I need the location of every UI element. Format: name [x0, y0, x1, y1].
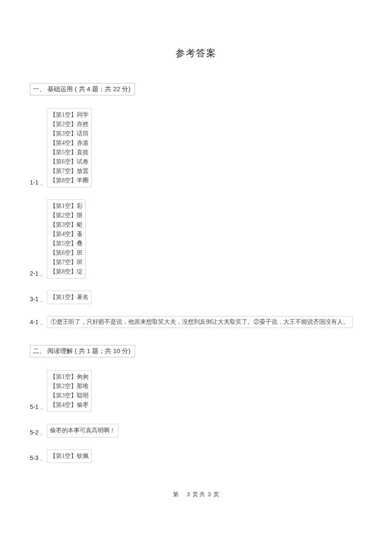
section-1-num: 一、 [33, 85, 46, 92]
section-1-points: 22 [113, 85, 120, 92]
footer-suffix: 页 [213, 491, 219, 497]
section-2-num: 二、 [33, 347, 46, 354]
q5-1-slot-1: 【第1空】匆匆 [50, 372, 89, 382]
answer-3-1: 3-1 、 【第1空】著名 [30, 290, 362, 304]
answer-5-1-label: 5-1 、 [30, 403, 46, 411]
page-container: 参考答案 一、 基础运用 ( 共 4 题；共 22 分) 1-1 、 【第1空】… [0, 0, 392, 520]
answer-1-1-box: 【第1空】同学 【第2空】亦然 【第3空】话筒 【第4空】赤道 【第5空】直接 … [47, 108, 92, 187]
section-2-qcount: 1 [87, 347, 90, 354]
section-1-count-open: ( 共 [75, 85, 86, 92]
answer-5-3-label: 5-3 、 [30, 454, 46, 462]
section-2-header: 二、 阅读理解 ( 共 1 题；共 10 分) [30, 345, 135, 357]
answer-5-2: 5-2 、 偷枣的本事可真高明啊！ [30, 424, 362, 437]
section-2-mid: 题；共 [90, 347, 113, 354]
page-footer: 第 3 页 共 3 页 [30, 491, 362, 498]
section-1-name: 基础运用 [47, 85, 73, 92]
page-title: 参考答案 [30, 47, 362, 60]
answer-3-1-box: 【第1空】著名 [47, 290, 92, 304]
answer-2-1-box: 【第1空】彩 【第2空】限 【第3空】蜓 【第4空】蚤 【第5空】叠 【第6空】… [47, 199, 86, 279]
q5-3-slot-1: 【第1空】钦佩 [50, 451, 89, 461]
section-2-close: 分) [120, 347, 130, 354]
q2-slot-3: 【第3空】蜓 [50, 220, 83, 230]
q5-2-text: 偷枣的本事可真高明啊！ [50, 426, 115, 435]
answer-4-1-box: ①楚王听了，只好赔不是说，他原来想取笑大夫，没想到反倒让大夫取笑了。②晏子说，大… [47, 316, 353, 328]
answer-5-3-box: 【第1空】钦佩 [47, 449, 92, 463]
q2-slot-8: 【第8空】绽 [50, 267, 83, 276]
answer-5-1: 5-1 、 【第1空】匆匆 【第2空】那堆 【第3空】聪明 【第4空】偷枣 [30, 370, 362, 412]
q1-slot-6: 【第6空】试卷 [50, 157, 89, 167]
answer-5-3: 5-3 、 【第1空】钦佩 [30, 449, 362, 463]
q2-slot-4: 【第4空】蚤 [50, 230, 83, 239]
q1-slot-8: 【第8空】羊圈 [50, 176, 89, 185]
q1-slot-3: 【第3空】话筒 [50, 129, 89, 138]
section-1-header: 一、 基础运用 ( 共 4 题；共 22 分) [30, 83, 135, 95]
answer-5-2-box: 偷枣的本事可真高明啊！ [47, 424, 118, 437]
q1-slot-7: 【第7空】放置 [50, 167, 89, 176]
q2-slot-2: 【第2空】限 [50, 211, 83, 220]
footer-middle: 页 共 [193, 491, 205, 497]
q2-slot-5: 【第5空】叠 [50, 239, 83, 248]
q5-1-slot-4: 【第4空】偷枣 [50, 400, 89, 410]
q1-slot-1: 【第1空】同学 [50, 110, 89, 120]
section-2-name: 阅读理解 [47, 347, 73, 354]
q1-slot-4: 【第4空】赤道 [50, 138, 89, 148]
q1-slot-5: 【第5空】直接 [50, 148, 89, 157]
q2-slot-7: 【第7空】班 [50, 258, 83, 267]
q5-1-slot-3: 【第3空】聪明 [50, 391, 89, 400]
answer-4-1: 4-1 、 ①楚王听了，只好赔不是说，他原来想取笑大夫，没想到反倒让大夫取笑了。… [30, 316, 362, 328]
footer-current-page: 3 [185, 491, 191, 497]
q3-slot-1: 【第1空】著名 [50, 293, 89, 302]
footer-prefix: 第 [173, 491, 179, 497]
q1-slot-2: 【第2空】亦然 [50, 120, 89, 129]
section-1-qcount: 4 [87, 85, 90, 92]
q2-slot-1: 【第1空】彩 [50, 201, 83, 211]
answer-3-1-label: 3-1 、 [30, 296, 46, 303]
answer-1-1: 1-1 、 【第1空】同学 【第2空】亦然 【第3空】话筒 【第4空】赤道 【第… [30, 108, 362, 187]
answer-5-2-label: 5-2 、 [30, 429, 46, 437]
section-2-count-open: ( 共 [75, 347, 86, 354]
answer-1-1-label: 1-1 、 [30, 179, 46, 187]
answer-2-1-label: 2-1 、 [30, 270, 46, 278]
section-2-points: 10 [113, 347, 120, 354]
answer-4-1-label: 4-1 、 [30, 319, 46, 326]
answer-2-1: 2-1 、 【第1空】彩 【第2空】限 【第3空】蜓 【第4空】蚤 【第5空】叠… [30, 199, 362, 279]
section-1-mid: 题；共 [90, 85, 113, 92]
footer-total-pages: 3 [206, 491, 212, 497]
q2-slot-6: 【第6空】班 [50, 248, 83, 258]
answer-5-1-box: 【第1空】匆匆 【第2空】那堆 【第3空】聪明 【第4空】偷枣 [47, 370, 92, 412]
q5-1-slot-2: 【第2空】那堆 [50, 382, 89, 391]
section-1-close: 分) [120, 85, 130, 92]
